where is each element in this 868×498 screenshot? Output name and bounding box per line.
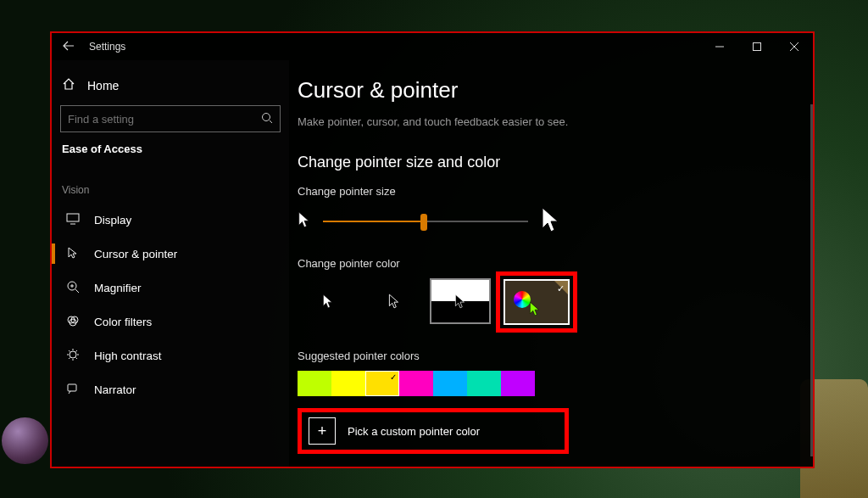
pointer-color-black[interactable] [364,278,425,324]
svg-rect-24 [68,384,76,391]
sidebar-item-color-filters[interactable]: Color filters [60,305,281,339]
svg-rect-6 [67,214,79,221]
color-swatch[interactable] [433,371,467,396]
checkmark-icon: ✓ [390,372,397,382]
svg-point-15 [70,351,76,358]
group-label: Vision [60,160,281,203]
home-label: Home [87,79,119,92]
color-swatch[interactable]: ✓ [365,371,399,396]
home-icon [62,77,75,93]
narrator-icon [65,382,81,398]
display-icon [65,213,81,227]
cursor-small-icon [298,211,311,232]
svg-line-9 [75,289,79,293]
pointer-color-inverted[interactable] [430,278,491,324]
svg-line-21 [76,357,78,359]
sidebar-item-magnifier[interactable]: Magnifier [60,271,281,305]
annotation-highlight: + Pick a custom pointer color [298,408,569,454]
maximize-button[interactable] [738,33,776,60]
pointer-color-custom[interactable]: ✓ [504,279,570,325]
svg-line-5 [270,120,272,123]
pointer-color-options: ✓ [298,278,804,333]
scrollbar[interactable] [810,104,813,456]
suggested-colors-label: Suggested pointer colors [298,350,804,362]
sidebar-item-label: Magnifier [94,282,142,294]
color-swatch[interactable] [399,371,433,396]
svg-rect-1 [754,43,761,51]
settings-window: Settings Home Ease of Access Vision Disp… [50,31,815,468]
search-icon [261,112,273,126]
sidebar-item-label: Narrator [94,383,136,396]
cursor-icon [529,301,541,320]
sidebar-item-label: Cursor & pointer [94,248,177,260]
color-swatch[interactable] [298,371,331,396]
sidebar-item-display[interactable]: Display [60,203,281,237]
checkmark-icon: ✓ [557,283,565,294]
svg-point-4 [263,113,270,120]
cursor-icon [65,246,81,262]
suggested-colors-row: ✓ [298,371,804,396]
titlebar: Settings [52,33,813,60]
close-button[interactable] [776,33,813,60]
pointer-color-label: Change pointer color [298,257,804,270]
sidebar-item-label: Color filters [94,316,152,328]
svg-line-22 [69,357,70,359]
content-pane: Cursor & pointer Make pointer, cursor, a… [289,60,813,467]
search-input[interactable] [68,113,261,126]
window-controls [701,33,813,60]
high-contrast-icon [65,348,81,364]
slider-thumb[interactable] [420,214,427,231]
category-heading: Ease of Access [60,132,281,160]
svg-line-23 [76,350,78,352]
home-nav[interactable]: Home [60,70,281,105]
minimize-button[interactable] [701,33,738,60]
window-title: Settings [86,41,125,53]
magnifier-icon [65,280,81,296]
pointer-color-white[interactable] [298,278,359,324]
color-filters-icon [65,314,81,330]
page-title: Cursor & pointer [298,77,804,104]
slider-fill [323,221,424,222]
pick-custom-color-label: Pick a custom pointer color [348,425,480,438]
pointer-size-label: Change pointer size [298,185,804,198]
sidebar-item-narrator[interactable]: Narrator [60,372,281,406]
section-heading: Change pointer size and color [298,154,804,171]
wallpaper-ornament [2,417,48,464]
color-swatch[interactable] [467,371,501,396]
color-swatch[interactable] [331,371,365,396]
annotation-highlight: ✓ [496,271,577,333]
pick-custom-color-button[interactable]: + Pick a custom pointer color [309,417,558,445]
color-wheel-icon [514,291,531,308]
search-box[interactable] [60,105,281,132]
back-button[interactable] [52,40,86,54]
sidebar-item-label: High contrast [94,350,162,362]
sidebar-item-high-contrast[interactable]: High contrast [60,339,281,372]
cursor-large-icon [540,206,562,237]
pointer-size-row [298,206,804,237]
color-swatch[interactable] [501,371,535,396]
sidebar: Home Ease of Access Vision Display Curso… [52,60,289,467]
plus-icon: + [309,417,336,445]
page-description: Make pointer, cursor, and touch feedback… [298,115,804,128]
sidebar-item-cursor-pointer[interactable]: Cursor & pointer [60,237,281,271]
sidebar-item-label: Display [94,214,131,227]
pointer-size-slider[interactable] [323,211,528,232]
svg-line-20 [69,350,70,352]
